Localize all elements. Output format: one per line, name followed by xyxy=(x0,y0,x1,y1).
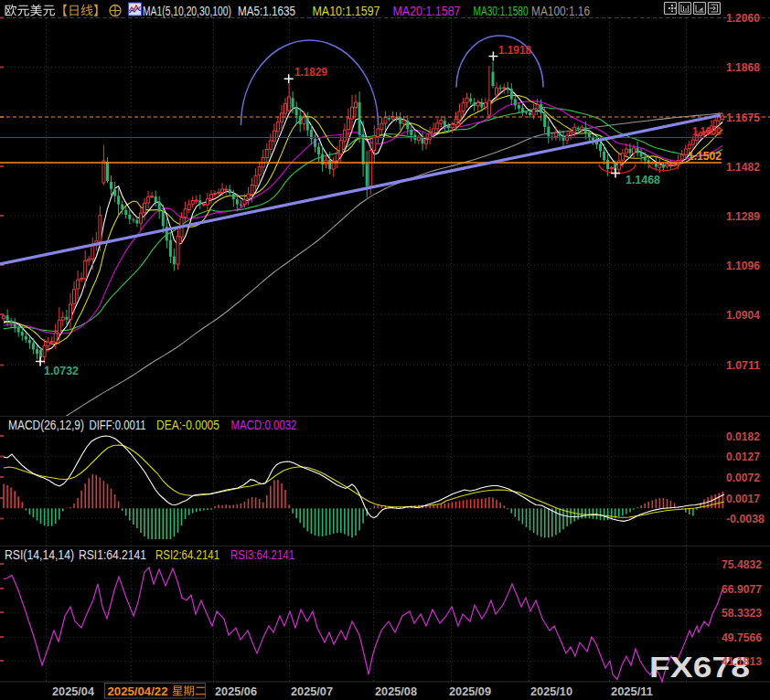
svg-text:MA20:1.1587: MA20:1.1587 xyxy=(393,4,461,18)
svg-text:1.1096: 1.1096 xyxy=(726,259,760,272)
svg-text:1.2060: 1.2060 xyxy=(726,11,760,25)
svg-text:2025/04/22: 2025/04/22 xyxy=(108,684,168,698)
svg-text:2025/07: 2025/07 xyxy=(291,684,333,698)
svg-text:1.0904: 1.0904 xyxy=(726,308,761,322)
svg-text:RSI(14,14,14): RSI(14,14,14) xyxy=(5,547,74,562)
svg-text:49.7566: 49.7566 xyxy=(722,631,762,644)
svg-text:MA30:1.1580: MA30:1.1580 xyxy=(474,4,529,18)
svg-text:MA5:1.1635: MA5:1.1635 xyxy=(238,4,295,18)
svg-text:1.1675: 1.1675 xyxy=(726,111,760,124)
svg-text:RSI2:64.2141: RSI2:64.2141 xyxy=(155,547,219,562)
svg-text:58.3323: 58.3323 xyxy=(722,606,762,620)
svg-text:2025/11: 2025/11 xyxy=(611,684,653,698)
svg-text:1.0732: 1.0732 xyxy=(44,364,79,377)
svg-text:1.1868: 1.1868 xyxy=(726,60,760,74)
svg-text:66.9077: 66.9077 xyxy=(722,582,762,596)
svg-text:75.4832: 75.4832 xyxy=(722,557,762,571)
svg-text:RSI3:64.2141: RSI3:64.2141 xyxy=(230,547,294,562)
svg-text:0.0127: 0.0127 xyxy=(726,450,760,463)
svg-text:0.0017: 0.0017 xyxy=(726,492,760,505)
svg-text:2025/04: 2025/04 xyxy=(52,684,95,698)
svg-text:2025/10: 2025/10 xyxy=(530,684,572,698)
svg-text:2025/06: 2025/06 xyxy=(215,684,257,698)
svg-text:MACD:0.0032: MACD:0.0032 xyxy=(231,418,297,432)
svg-text:1.1468: 1.1468 xyxy=(626,173,660,186)
svg-text:1.1502: 1.1502 xyxy=(688,149,722,163)
svg-text:MA100:1.16: MA100:1.16 xyxy=(531,4,590,18)
svg-text:0.0072: 0.0072 xyxy=(726,471,760,484)
svg-text:41.1813: 41.1813 xyxy=(722,654,762,668)
svg-text:MACD(26,12,9): MACD(26,12,9) xyxy=(8,418,84,432)
svg-text:1.0711: 1.0711 xyxy=(726,358,760,372)
svg-text:0.0182: 0.0182 xyxy=(726,430,760,443)
svg-text:MA1(5,10,20,30,100): MA1(5,10,20,30,100) xyxy=(143,4,231,18)
svg-text:DEA:-0.0005: DEA:-0.0005 xyxy=(156,418,219,432)
svg-text:1.1482: 1.1482 xyxy=(726,160,760,174)
svg-text:1.1829: 1.1829 xyxy=(294,65,327,79)
svg-text:1.1918: 1.1918 xyxy=(498,43,531,57)
svg-text:MA10:1.1597: MA10:1.1597 xyxy=(313,4,380,18)
svg-text:DIFF:0.0011: DIFF:0.0011 xyxy=(90,418,146,432)
svg-text:2025/08: 2025/08 xyxy=(375,684,417,698)
svg-text:RSI1:64.2141: RSI1:64.2141 xyxy=(79,547,146,562)
svg-text:2025/09: 2025/09 xyxy=(449,684,491,698)
svg-text:-0.0038: -0.0038 xyxy=(726,512,765,525)
svg-text:1.1289: 1.1289 xyxy=(726,209,760,223)
svg-text:1.1600: 1.1600 xyxy=(692,124,722,138)
